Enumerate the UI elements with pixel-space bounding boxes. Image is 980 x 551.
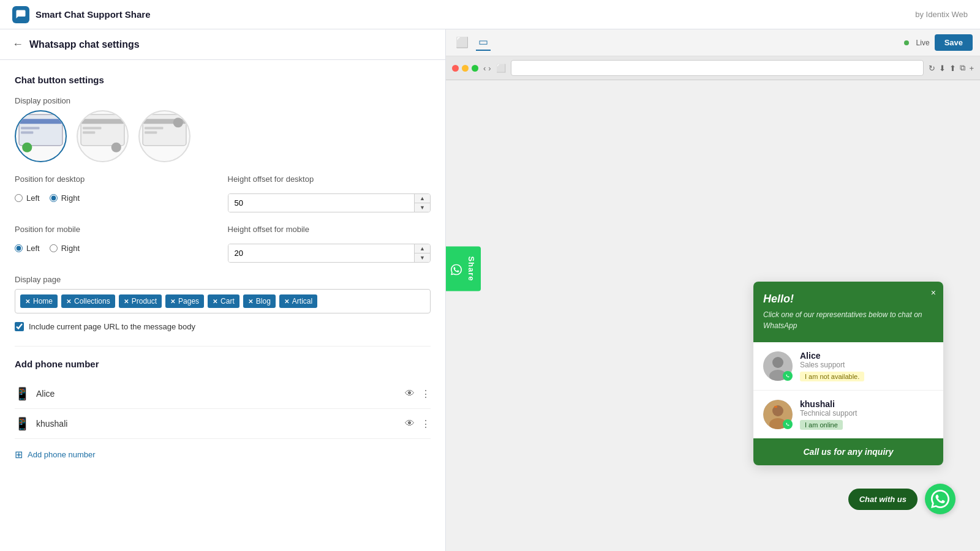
left-panel: ← Whatsapp chat settings Chat button set…	[0, 29, 446, 551]
position-icon-left[interactable]	[15, 110, 67, 162]
tag-product-remove[interactable]: ✕	[124, 298, 129, 305]
page-title: Whatsapp chat settings	[29, 39, 140, 50]
browser-forward-btn[interactable]: ›	[488, 64, 491, 73]
tag-blog-remove[interactable]: ✕	[248, 298, 253, 305]
mobile-right-radio[interactable]: Right	[50, 244, 80, 253]
position-icon-center[interactable]	[77, 110, 129, 162]
height-offset-desktop-up[interactable]: ▲	[414, 194, 430, 203]
agent-status-khushali: I am online	[800, 420, 843, 430]
share-button[interactable]: Share	[446, 246, 481, 291]
agent-item-alice[interactable]: Alice Sales support I am not available.	[753, 342, 943, 391]
traffic-lights	[452, 65, 478, 72]
widget-footer[interactable]: Call us for any inquiry	[753, 438, 943, 465]
app-logo	[12, 6, 29, 23]
mobile-settings-grid: Position for mobile Left Right Height of	[15, 225, 431, 263]
visibility-btn-alice[interactable]: 👁	[405, 388, 415, 399]
traffic-light-red	[452, 65, 459, 72]
agent-item-khushali[interactable]: khushali Technical support I am online	[753, 391, 943, 438]
height-offset-mobile-input[interactable]	[228, 244, 415, 262]
desktop-view-btn[interactable]: ⬜	[453, 34, 471, 51]
back-button[interactable]: ←	[12, 38, 23, 51]
browser-nav-btns: ‹ ›	[483, 64, 491, 73]
drag-btn-alice[interactable]: ⋮	[421, 388, 431, 400]
tag-cart[interactable]: ✕ Cart	[208, 294, 239, 308]
add-phone-icon: ⊞	[15, 449, 23, 460]
share-browser-btn[interactable]: ⬆	[949, 63, 956, 73]
tag-collections-remove[interactable]: ✕	[66, 298, 71, 305]
desktop-position-group: Position for desktop Left Right	[15, 174, 218, 212]
browser-actions: ↻ ⬇ ⬆ ⧉ +	[929, 63, 974, 73]
agent-status-alice: I am not available.	[800, 372, 864, 381]
duplicate-btn[interactable]: ⧉	[960, 63, 965, 73]
tag-collections[interactable]: ✕ Collections	[61, 294, 115, 308]
save-button[interactable]: Save	[935, 34, 973, 51]
tag-cart-remove[interactable]: ✕	[213, 298, 217, 305]
sidebar-toggle-btn[interactable]: ⬜	[496, 64, 506, 73]
widget-header: × Hello! Click one of our representative…	[753, 282, 943, 342]
visibility-btn-khushali[interactable]: 👁	[405, 418, 415, 429]
widget-close-btn[interactable]: ×	[931, 288, 936, 298]
right-panel: ⬜ ▭ Live Save ‹ › ⬜	[446, 29, 980, 551]
svg-point-16	[772, 357, 783, 368]
mobile-view-btn[interactable]: ▭	[476, 34, 491, 51]
height-offset-mobile-up[interactable]: ▲	[414, 244, 430, 253]
main-layout: ← Whatsapp chat settings Chat button set…	[0, 29, 980, 551]
wa-badge-alice	[783, 371, 793, 381]
svg-point-19	[772, 405, 783, 416]
position-mobile-label: Position for mobile	[15, 225, 218, 234]
tag-home-remove[interactable]: ✕	[25, 298, 30, 305]
preview-toolbar: ⬜ ▭ Live Save	[446, 29, 980, 56]
phone-name-alice: Alice	[36, 389, 55, 399]
desktop-right-radio[interactable]: Right	[50, 193, 80, 203]
desktop-height-offset-group: Height offset for desktop ▲ ▼	[228, 174, 431, 212]
tag-product[interactable]: ✕ Product	[119, 294, 162, 308]
tags-container: ✕ Home ✕ Collections ✕ Product ✕ Pages ✕…	[15, 289, 431, 313]
height-offset-desktop-input[interactable]	[228, 194, 415, 212]
reload-btn[interactable]: ↻	[929, 63, 935, 73]
address-bar[interactable]	[511, 60, 924, 76]
desktop-left-radio[interactable]: Left	[15, 193, 40, 203]
position-desktop-label: Position for desktop	[15, 174, 218, 184]
chat-trigger-area: Chat with us	[848, 484, 956, 514]
download-btn[interactable]: ⬇	[939, 63, 946, 73]
whatsapp-fab[interactable]	[925, 484, 956, 514]
tag-pages[interactable]: ✕ Pages	[165, 294, 204, 308]
phone-item-khushali: 📱 khushali 👁 ⋮	[15, 409, 431, 439]
height-offset-mobile-down[interactable]: ▼	[414, 253, 430, 262]
tag-pages-remove[interactable]: ✕	[170, 298, 175, 305]
height-offset-desktop-label: Height offset for desktop	[228, 174, 431, 184]
add-tab-btn[interactable]: +	[969, 63, 974, 73]
height-offset-mobile-label: Height offset for mobile	[228, 225, 431, 234]
tag-artical[interactable]: ✕ Artical	[279, 294, 317, 308]
desktop-settings-grid: Position for desktop Left Right Height o	[15, 174, 431, 212]
chat-with-us-btn[interactable]: Chat with us	[848, 489, 918, 510]
svg-rect-7	[83, 127, 101, 129]
height-offset-desktop-down[interactable]: ▼	[414, 203, 430, 212]
svg-rect-8	[83, 131, 95, 133]
browser-back-btn[interactable]: ‹	[483, 64, 486, 73]
include-url-checkbox[interactable]	[15, 322, 24, 331]
display-page-label: Display page	[15, 275, 431, 284]
agent-list: Alice Sales support I am not available.	[753, 342, 943, 438]
view-icons: ⬜ ▭	[453, 34, 491, 51]
mobile-left-radio[interactable]: Left	[15, 244, 40, 253]
add-phone-button[interactable]: ⊞ Add phone number	[15, 449, 96, 460]
tag-home[interactable]: ✕ Home	[20, 294, 58, 308]
phone-icon-khushali: 📱	[15, 416, 30, 431]
preview-topbar: ⬜ ▭ Live Save	[446, 29, 980, 56]
app-title: Smart Chat Support Share	[36, 9, 151, 20]
height-offset-desktop-input-wrap: ▲ ▼	[228, 193, 431, 212]
position-icon-right[interactable]	[138, 110, 190, 162]
agent-info-khushali: khushali Technical support I am online	[800, 399, 933, 430]
content-area: Chat button settings Display position	[0, 60, 445, 551]
sub-header: ← Whatsapp chat settings	[0, 29, 445, 60]
tag-artical-remove[interactable]: ✕	[284, 298, 289, 305]
drag-btn-khushali[interactable]: ⋮	[421, 418, 431, 430]
position-icons	[15, 110, 431, 162]
display-position-label: Display position	[15, 96, 431, 105]
svg-rect-6	[81, 119, 124, 124]
tag-blog[interactable]: ✕ Blog	[243, 294, 276, 308]
svg-point-9	[111, 143, 121, 152]
widget-subtext: Click one of our representatives below t…	[763, 309, 933, 331]
live-label: Live	[916, 39, 930, 47]
